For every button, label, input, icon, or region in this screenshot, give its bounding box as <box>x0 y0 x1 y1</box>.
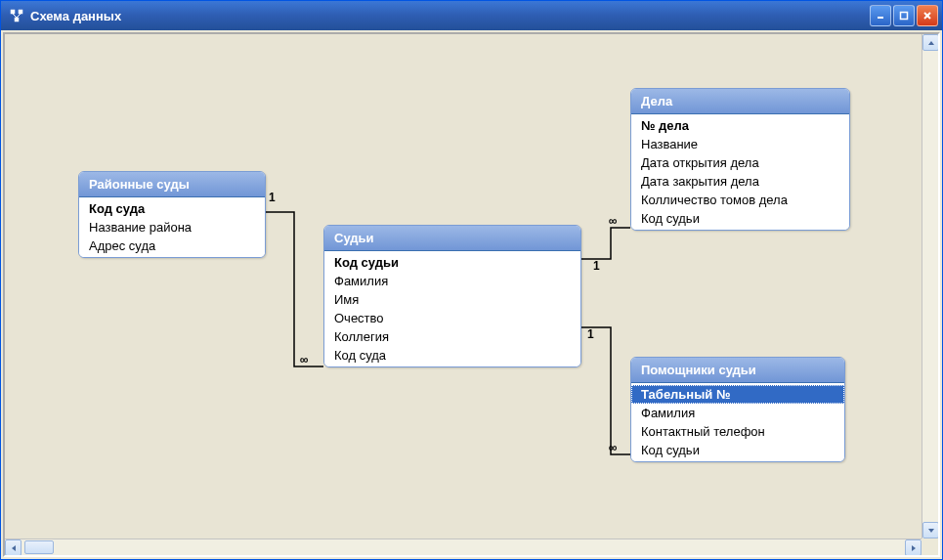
table-fields: Код суда Название района Адрес суда <box>79 197 265 257</box>
field[interactable]: Дата закрытия дела <box>631 172 849 191</box>
field[interactable]: Название района <box>79 218 265 237</box>
scroll-left-button[interactable] <box>5 539 21 555</box>
svg-rect-6 <box>901 13 908 20</box>
scroll-right-button[interactable] <box>905 539 922 555</box>
window-title: Схема данных <box>30 9 870 23</box>
field[interactable]: Коллегия <box>324 327 580 346</box>
cardinality-many: ∞ <box>300 353 309 366</box>
schema-icon <box>9 8 24 23</box>
close-button[interactable] <box>917 5 938 26</box>
field[interactable]: Колличество томов дела <box>631 191 849 209</box>
field-pk[interactable]: Код суда <box>79 199 265 218</box>
titlebar[interactable]: Схема данных <box>1 1 942 30</box>
svg-line-4 <box>17 14 21 18</box>
field[interactable]: Код суда <box>324 346 580 365</box>
table-header[interactable]: Дела <box>631 89 849 114</box>
scroll-up-button[interactable] <box>922 34 938 51</box>
svg-rect-0 <box>11 10 15 14</box>
cardinality-many: ∞ <box>609 441 618 454</box>
svg-marker-12 <box>912 545 916 551</box>
svg-rect-1 <box>19 10 22 14</box>
table-judges[interactable]: Судьи Код судьи Фамилия Имя Очество Колл… <box>323 225 581 367</box>
table-fields: № дела Название Дата открытия дела Дата … <box>631 114 849 230</box>
cardinality-one: 1 <box>587 327 594 341</box>
canvas-wrapper: 1 ∞ 1 ∞ 1 ∞ Районные суды Код суда Назва… <box>3 32 940 557</box>
field-pk[interactable]: Код судьи <box>324 253 580 272</box>
cardinality-many: ∞ <box>609 214 618 228</box>
scroll-corner <box>922 538 938 555</box>
table-header[interactable]: Районные суды <box>79 172 265 197</box>
field[interactable]: Контактный телефон <box>631 422 844 441</box>
field-pk-selected[interactable]: Табельный № <box>631 385 844 404</box>
minimize-button[interactable] <box>870 5 891 26</box>
field[interactable]: Дата открытия дела <box>631 153 849 172</box>
cardinality-one: 1 <box>593 259 600 273</box>
field[interactable]: Очество <box>324 309 580 327</box>
app-window: Схема данных <box>0 0 943 560</box>
maximize-button[interactable] <box>893 5 915 26</box>
scroll-down-button[interactable] <box>922 522 938 538</box>
table-fields: Табельный № Фамилия Контактный телефон К… <box>631 383 844 461</box>
field-pk[interactable]: № дела <box>631 116 849 135</box>
horizontal-scrollbar[interactable] <box>5 538 922 555</box>
field[interactable]: Фамилия <box>324 272 580 290</box>
vertical-scrollbar[interactable] <box>922 34 938 538</box>
field[interactable]: Название <box>631 135 849 153</box>
table-cases[interactable]: Дела № дела Название Дата открытия дела … <box>630 88 850 231</box>
field[interactable]: Код судьи <box>631 441 844 459</box>
table-courts[interactable]: Районные суды Код суда Название района А… <box>78 171 266 258</box>
table-header[interactable]: Судьи <box>324 226 580 251</box>
table-header[interactable]: Помощники судьи <box>631 358 844 383</box>
svg-marker-10 <box>928 529 934 533</box>
window-controls <box>870 5 938 26</box>
scroll-thumb[interactable] <box>24 540 54 554</box>
table-fields: Код судьи Фамилия Имя Очество Коллегия К… <box>324 251 580 366</box>
table-assistants[interactable]: Помощники судьи Табельный № Фамилия Конт… <box>630 357 845 462</box>
svg-line-3 <box>13 14 17 18</box>
svg-marker-11 <box>12 545 16 551</box>
field[interactable]: Фамилия <box>631 404 844 422</box>
field[interactable]: Имя <box>324 290 580 309</box>
svg-rect-2 <box>15 18 19 22</box>
field[interactable]: Код судьи <box>631 209 849 228</box>
svg-marker-9 <box>928 41 934 45</box>
cardinality-one: 1 <box>269 191 276 204</box>
schema-canvas[interactable]: 1 ∞ 1 ∞ 1 ∞ Районные суды Код суда Назва… <box>5 34 938 555</box>
field[interactable]: Адрес суда <box>79 237 265 255</box>
